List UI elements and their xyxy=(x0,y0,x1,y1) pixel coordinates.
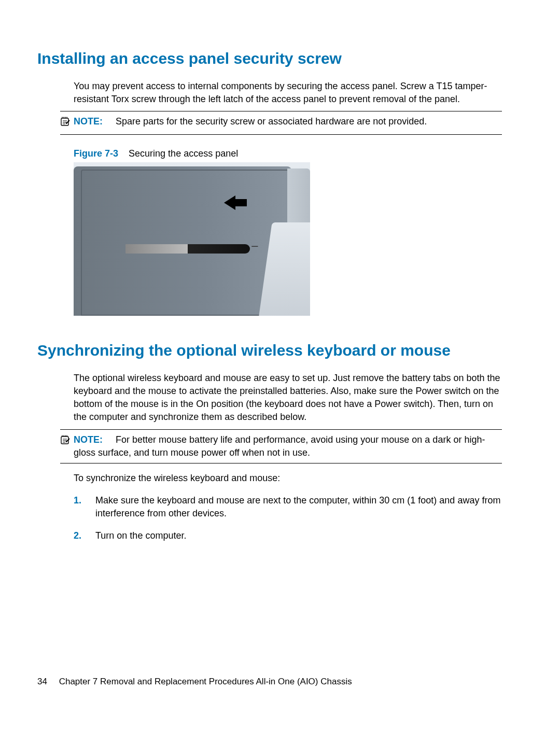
note-label-1: NOTE: xyxy=(74,116,103,126)
step-text-2: Turn on the computer. xyxy=(95,529,186,542)
note-text-2: For better mouse battery life and perfor… xyxy=(74,434,485,458)
sync-intro: To synchronize the wireless keyboard and… xyxy=(74,472,502,485)
list-item: 1. Make sure the keyboard and mouse are … xyxy=(74,494,502,520)
list-item: 2. Turn on the computer. xyxy=(74,529,502,542)
note-content-1: NOTE: Spare parts for the security screw… xyxy=(74,115,427,128)
note-label-2: NOTE: xyxy=(74,434,103,445)
step-number-1: 1. xyxy=(74,494,84,520)
para-sync-wireless: The optional wireless keyboard and mouse… xyxy=(74,372,502,424)
figure-title: Securing the access panel xyxy=(129,148,238,159)
chapter-title: Chapter 7 Removal and Replacement Proced… xyxy=(59,677,352,686)
note-icon xyxy=(60,116,71,130)
para-install-screw: You may prevent access to internal compo… xyxy=(74,80,502,106)
page-footer: 34 Chapter 7 Removal and Replacement Pro… xyxy=(37,676,352,688)
note-box-1: NOTE: Spare parts for the security screw… xyxy=(60,111,502,134)
heading-install-screw: Installing an access panel security scre… xyxy=(37,48,502,69)
note-text-1: Spare parts for the security screw or as… xyxy=(116,116,427,126)
note-content-2: NOTE: For better mouse battery life and … xyxy=(74,433,502,459)
figure-number: Figure 7-3 xyxy=(74,148,118,159)
figure-7-3-image: • – – – • – – – xyxy=(74,162,310,316)
step-text-1: Make sure the keyboard and mouse are nex… xyxy=(95,494,502,520)
figure-caption: Figure 7-3 Securing the access panel xyxy=(74,147,502,160)
steps-list: 1. Make sure the keyboard and mouse are … xyxy=(74,494,502,543)
note-icon xyxy=(60,434,71,448)
note-box-2: NOTE: For better mouse battery life and … xyxy=(60,429,502,463)
step-number-2: 2. xyxy=(74,529,84,542)
page-number: 34 xyxy=(37,677,47,686)
heading-sync-wireless: Synchronizing the optional wireless keyb… xyxy=(37,340,502,361)
